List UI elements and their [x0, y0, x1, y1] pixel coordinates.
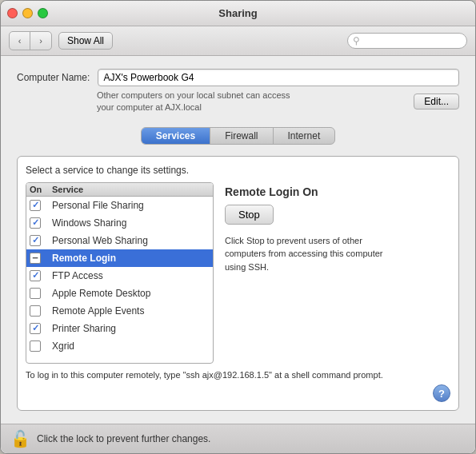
row-checkbox[interactable]: [30, 305, 52, 317]
checkbox-remote-apple-events[interactable]: [30, 305, 41, 317]
service-label: Remote Login: [52, 253, 210, 264]
lock-label: Click the lock to prevent further change…: [37, 433, 210, 444]
service-label: Xgrid: [52, 340, 210, 352]
minimize-button[interactable]: [22, 8, 33, 18]
row-checkbox[interactable]: [30, 323, 52, 334]
service-label: Windows Sharing: [52, 217, 210, 229]
checkbox-apple-remote-desktop[interactable]: [30, 288, 41, 299]
description: Click Stop to prevent users of othercomp…: [225, 234, 450, 274]
checkbox-personal-web-sharing[interactable]: [30, 235, 41, 246]
checkbox-printer-sharing[interactable]: [30, 323, 41, 334]
computer-name-subtitle: Other computers on your local subnet can…: [97, 90, 406, 114]
col-on: On: [30, 185, 52, 194]
search-icon: ⚲: [353, 35, 360, 46]
table-body: Personal File Sharing Windows Sharing: [26, 197, 213, 363]
back-button[interactable]: ‹: [10, 32, 30, 50]
computer-name-row: Computer Name:: [17, 69, 459, 86]
service-label: Remote Apple Events: [52, 305, 210, 317]
checkbox-windows-sharing[interactable]: [30, 217, 41, 229]
computer-name-label: Computer Name:: [17, 72, 90, 83]
computer-name-subtitle-row: Other computers on your local subnet can…: [97, 90, 459, 114]
row-checkbox[interactable]: [30, 217, 52, 229]
checkbox-remote-login[interactable]: [30, 253, 41, 264]
table-row[interactable]: Apple Remote Desktop: [26, 285, 213, 302]
titlebar: Sharing: [1, 1, 475, 26]
toolbar: ‹ › Show All ⚲: [1, 26, 475, 56]
content: Computer Name: Other computers on your l…: [1, 56, 475, 424]
right-panel: Remote Login On Stop Click Stop to preve…: [225, 182, 450, 364]
maximize-button[interactable]: [38, 8, 48, 18]
status-label: Remote Login On: [225, 185, 450, 198]
table-row[interactable]: Personal Web Sharing: [26, 232, 213, 249]
table-row[interactable]: Printer Sharing: [26, 320, 213, 337]
service-label: Apple Remote Desktop: [52, 288, 210, 299]
table-header: On Service: [26, 183, 213, 197]
tabs: Services Firewall Internet: [141, 127, 335, 145]
search-box: ⚲: [347, 33, 467, 49]
stop-button[interactable]: Stop: [225, 205, 274, 225]
row-checkbox[interactable]: [30, 200, 52, 211]
close-button[interactable]: [7, 8, 18, 18]
bottom-bar: 🔓 Click the lock to prevent further chan…: [1, 424, 475, 453]
table-row[interactable]: FTP Access: [26, 267, 213, 285]
service-label: Printer Sharing: [52, 323, 210, 334]
row-checkbox[interactable]: [30, 270, 52, 281]
col-service: Service: [52, 185, 210, 194]
table-row[interactable]: Xgrid: [26, 337, 213, 355]
help-row: ?: [26, 384, 450, 402]
footer-note: To log in to this computer remotely, typ…: [26, 364, 450, 382]
panel-body: On Service Personal File Sharing: [26, 182, 450, 364]
show-all-button[interactable]: Show All: [58, 32, 113, 50]
search-input[interactable]: [360, 35, 462, 46]
tab-services[interactable]: Services: [142, 128, 210, 144]
window: Sharing ‹ › Show All ⚲ Computer Name: Ot…: [0, 0, 476, 454]
row-checkbox[interactable]: [30, 340, 52, 352]
tabs-container: Services Firewall Internet: [17, 127, 459, 145]
table-row[interactable]: Remote Apple Events: [26, 302, 213, 320]
row-checkbox[interactable]: [30, 253, 52, 264]
tab-internet[interactable]: Internet: [274, 128, 335, 144]
row-checkbox[interactable]: [30, 235, 52, 246]
services-panel: Select a service to change its settings.…: [17, 156, 459, 411]
checkbox-ftp-access[interactable]: [30, 270, 41, 281]
lock-icon[interactable]: 🔓: [10, 429, 30, 448]
table-row[interactable]: Personal File Sharing: [26, 197, 213, 214]
computer-name-section: Computer Name: Other computers on your l…: [17, 69, 459, 116]
nav-buttons: ‹ ›: [9, 31, 52, 50]
traffic-lights: [7, 8, 48, 18]
help-button[interactable]: ?: [433, 384, 450, 402]
service-label: FTP Access: [52, 270, 210, 281]
service-label: Personal File Sharing: [52, 200, 210, 211]
tab-firewall[interactable]: Firewall: [210, 128, 273, 144]
panel-instruction: Select a service to change its settings.: [26, 165, 450, 176]
table-row[interactable]: Windows Sharing: [26, 214, 213, 232]
service-table: On Service Personal File Sharing: [26, 182, 214, 364]
computer-name-input[interactable]: [98, 69, 459, 86]
forward-button[interactable]: ›: [30, 32, 51, 50]
checkbox-xgrid[interactable]: [30, 340, 41, 352]
window-title: Sharing: [218, 7, 257, 19]
row-checkbox[interactable]: [30, 288, 52, 299]
edit-button[interactable]: Edit...: [414, 94, 459, 110]
service-label: Personal Web Sharing: [52, 235, 210, 246]
checkbox-personal-file-sharing[interactable]: [30, 200, 41, 211]
table-row-selected[interactable]: Remote Login: [26, 249, 213, 267]
